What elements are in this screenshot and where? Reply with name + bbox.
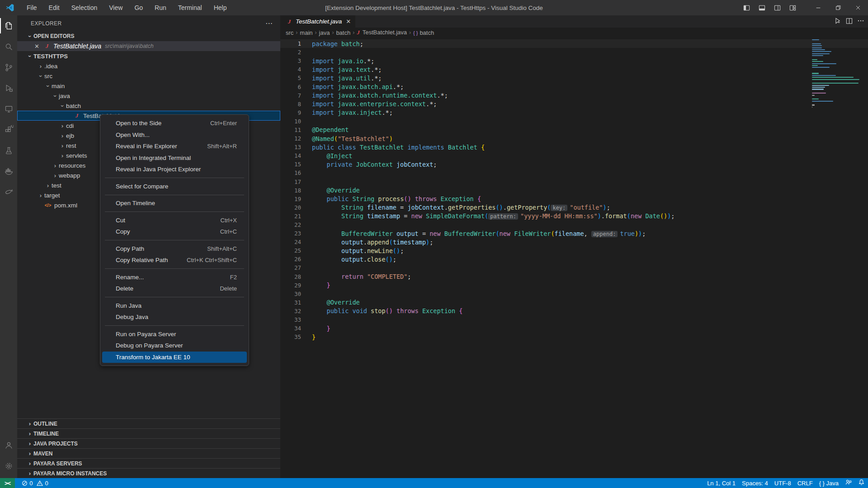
section-outline[interactable]: ›OUTLINE xyxy=(17,418,280,428)
menu-terminal[interactable]: Terminal xyxy=(172,2,208,14)
menu-item-open-to-the-side[interactable]: Open to the SideCtrl+Enter xyxy=(102,117,247,129)
error-count: 0 xyxy=(29,480,33,487)
menu-item-select-for-compare[interactable]: Select for Compare xyxy=(102,181,247,192)
search-icon[interactable] xyxy=(0,36,17,57)
close-icon[interactable]: ✕ xyxy=(34,43,43,50)
menu-item-run-java[interactable]: Run Java xyxy=(102,300,247,312)
minimap-line xyxy=(812,101,833,102)
remote-indicator[interactable]: >< xyxy=(0,478,15,488)
tree-item-batch[interactable]: ›batch xyxy=(17,101,280,111)
menu-item-rename-[interactable]: Rename...F2 xyxy=(102,272,247,283)
open-editors-header[interactable]: › OPEN EDITORS xyxy=(17,31,280,41)
menu-item-copy-relative-path[interactable]: Copy Relative PathCtrl+K Ctrl+Shift+C xyxy=(102,254,247,266)
tree-item-main[interactable]: ›main xyxy=(17,81,280,91)
layout-panel-button[interactable] xyxy=(754,0,769,15)
source-control-icon[interactable] xyxy=(0,57,17,78)
cursor-position-status[interactable]: Ln 1, Col 1 xyxy=(704,478,739,488)
breadcrumb-item-testbatchlet-java[interactable]: JTestBatchlet.java xyxy=(357,29,407,36)
minimap-line xyxy=(812,47,822,48)
language-mode-status[interactable]: { } Java xyxy=(816,478,842,488)
layout-customize-button[interactable] xyxy=(785,0,800,15)
problems-status[interactable]: 0 0 xyxy=(19,478,51,488)
menu-item-delete[interactable]: DeleteDelete xyxy=(102,283,247,295)
payara-icon[interactable] xyxy=(0,182,17,202)
menu-go[interactable]: Go xyxy=(128,2,149,14)
tree-root-testhttps[interactable]: › TESTHTTPS xyxy=(17,51,280,61)
indentation-status[interactable]: Spaces: 4 xyxy=(739,478,771,488)
settings-gear-icon[interactable] xyxy=(0,455,17,476)
section-maven[interactable]: ›MAVEN xyxy=(17,448,280,458)
tree-item-java[interactable]: ›java xyxy=(17,91,280,101)
code-editor[interactable]: 1package batch;23import java.io.*;4impor… xyxy=(280,38,868,478)
tab-testbatchlet[interactable]: J TestBatchlet.java ✕ xyxy=(280,15,355,28)
line-number: 17 xyxy=(280,178,301,185)
remote-explorer-icon[interactable] xyxy=(0,99,17,119)
menu-item-run-on-payara-server[interactable]: Run on Payara Server xyxy=(102,328,247,340)
chevron-down-icon: › xyxy=(38,72,44,80)
chevron-right-icon: › xyxy=(26,460,33,467)
explorer-icon[interactable] xyxy=(0,15,17,36)
containers-icon[interactable] xyxy=(0,161,17,182)
menu-item-open-with-[interactable]: Open With... xyxy=(102,129,247,141)
menu-item-debug-java[interactable]: Debug Java xyxy=(102,311,247,323)
menu-item-cut[interactable]: CutCtrl+X xyxy=(102,215,247,226)
menu-item-copy-path[interactable]: Copy PathShift+Alt+C xyxy=(102,243,247,255)
code-line: 30 xyxy=(280,290,868,298)
menu-item-label: Reveal in File Explorer xyxy=(116,143,177,150)
tree-item-src[interactable]: ›src xyxy=(17,71,280,81)
testing-icon[interactable] xyxy=(0,140,17,161)
tree-item--idea[interactable]: ›.idea xyxy=(17,61,280,71)
menu-item-copy[interactable]: CopyCtrl+C xyxy=(102,226,247,238)
breadcrumb-item-batch[interactable]: { }batch xyxy=(413,29,434,36)
menu-run[interactable]: Run xyxy=(149,2,172,14)
menu-item-debug-on-payara-server[interactable]: Debug on Payara Server xyxy=(102,340,247,352)
eol-status[interactable]: CRLF xyxy=(794,478,816,488)
run-debug-icon[interactable] xyxy=(0,78,17,99)
section-java-projects[interactable]: ›JAVA PROJECTS xyxy=(17,438,280,448)
layout-sidebar-left-button[interactable] xyxy=(739,0,754,15)
line-number: 20 xyxy=(280,204,301,211)
menu-view[interactable]: View xyxy=(103,2,128,14)
breadcrumb-item-src[interactable]: src xyxy=(286,29,293,36)
run-java-button[interactable] xyxy=(834,17,841,26)
minimize-button[interactable] xyxy=(808,0,828,15)
line-number: 32 xyxy=(280,308,301,314)
minimap-line xyxy=(812,87,825,88)
menu-separator xyxy=(105,297,244,297)
menu-file[interactable]: File xyxy=(21,2,43,14)
open-editor-item[interactable]: ✕ J TestBatchlet.java src\main\java\batc… xyxy=(17,41,280,51)
layout-split-button[interactable] xyxy=(769,0,785,15)
extensions-icon[interactable] xyxy=(0,119,17,140)
section-payara-micro-instances[interactable]: ›PAYARA MICRO INSTANCES xyxy=(17,468,280,478)
tab-close-icon[interactable]: ✕ xyxy=(346,18,351,25)
breadcrumb-item-main[interactable]: main xyxy=(300,29,312,36)
line-number: 26 xyxy=(280,256,301,263)
breadcrumb-item-batch[interactable]: batch xyxy=(336,29,350,36)
menu-item-reveal-in-file-explorer[interactable]: Reveal in File ExplorerShift+Alt+R xyxy=(102,141,247,152)
menu-item-transform-to-jakarta-ee-10[interactable]: Transform to Jakarta EE 10 xyxy=(102,352,247,363)
minimap[interactable] xyxy=(812,39,862,108)
section-timeline[interactable]: ›TIMELINE xyxy=(17,428,280,438)
menu-item-reveal-in-java-project-explorer[interactable]: Reveal in Java Project Explorer xyxy=(102,164,247,175)
notifications-bell[interactable] xyxy=(855,478,868,488)
split-editor-button[interactable] xyxy=(846,18,853,26)
menu-item-shortcut: Ctrl+Enter xyxy=(210,120,237,127)
encoding-status[interactable]: UTF-8 xyxy=(771,478,794,488)
xml-file-icon: </> xyxy=(44,203,52,208)
close-button[interactable] xyxy=(848,0,868,15)
menu-help[interactable]: Help xyxy=(208,2,233,14)
section-label: MAVEN xyxy=(33,450,52,457)
menu-item-open-in-integrated-terminal[interactable]: Open in Integrated Terminal xyxy=(102,152,247,164)
section-payara-servers[interactable]: ›PAYARA SERVERS xyxy=(17,458,280,468)
menu-edit[interactable]: Edit xyxy=(43,2,66,14)
code-line: 12@Named("TestBatchlet") xyxy=(280,134,868,143)
account-icon[interactable] xyxy=(0,435,17,455)
views-more-actions-icon[interactable]: ⋯ xyxy=(265,19,273,28)
java-status[interactable] xyxy=(842,478,855,488)
restore-button[interactable] xyxy=(828,0,848,15)
more-actions-button[interactable] xyxy=(857,17,864,26)
breadcrumb-item-java[interactable]: java xyxy=(319,29,330,36)
menu-item-open-timeline[interactable]: Open Timeline xyxy=(102,197,247,209)
line-content: @Override xyxy=(301,299,360,306)
menu-selection[interactable]: Selection xyxy=(66,2,104,14)
